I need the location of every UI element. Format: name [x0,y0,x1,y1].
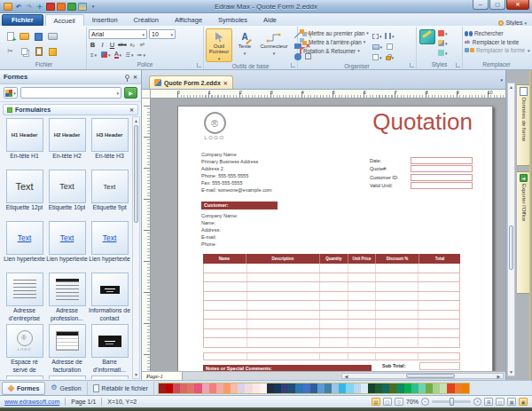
shape-thumb[interactable] [6,273,43,306]
color-swatch[interactable] [389,383,396,393]
quote-cell[interactable] [419,282,459,291]
shape-thumb[interactable] [6,375,43,379]
vertical-scrollbar[interactable]: ▲ ▼ [507,83,515,376]
quote-cell[interactable] [247,264,320,273]
quote-cell[interactable] [419,301,459,310]
quote-cell[interactable] [247,320,320,328]
page-view-icon[interactable]: ▢ [383,398,392,406]
quote-cell[interactable] [247,329,320,338]
quote-cell[interactable] [247,311,320,320]
color-swatch[interactable] [368,383,375,393]
shape-thumb[interactable]: H2 Header [49,118,86,152]
bottom-tab-gestion[interactable]: ⚙ Gestion [45,382,87,395]
color-swatch[interactable] [274,383,281,393]
dialog-launcher-icon[interactable] [291,63,295,67]
quote-cell[interactable] [204,338,247,347]
subtotal-box[interactable] [419,362,460,370]
shape-item[interactable]: H1 HeaderEn-tête H1 [4,118,45,168]
shadow-style-button[interactable]: ▾ [437,49,449,57]
color-swatch[interactable] [310,383,317,393]
quote-cell[interactable] [247,292,320,301]
quote-cell[interactable] [320,292,348,301]
tab-accueil[interactable]: Accueil [45,14,84,26]
color-swatch[interactable] [317,383,325,393]
quote-cell[interactable] [419,329,459,338]
shape-item[interactable] [89,375,130,379]
shapes-panel-scrollbar[interactable]: ▲ ▼ [132,116,140,379]
fill-style-button[interactable]: ▾ [437,29,449,37]
shape-thumb[interactable]: Text [6,170,43,203]
quote-cell[interactable] [376,264,419,273]
meta-input-box[interactable] [411,165,473,172]
shape-item[interactable]: TextÉtiquette 12pt [4,170,45,219]
replace-shape-button[interactable]: Remplacer la forme ▾ [465,47,529,53]
quote-cell[interactable] [376,338,419,347]
quote-cell[interactable] [320,320,348,328]
color-swatch[interactable] [447,383,454,393]
shape-item[interactable]: TextLien hypertexte [89,221,130,271]
color-swatch[interactable] [404,383,411,393]
color-swatch[interactable] [209,383,216,393]
vertical-ruler[interactable] [142,99,151,371]
quote-row[interactable] [203,338,460,348]
color-swatch[interactable] [375,383,382,393]
color-swatch[interactable] [281,383,288,393]
scroll-down-icon[interactable]: ▼ [508,368,514,375]
customer-section-header[interactable]: Customer: [201,202,278,209]
close-document-icon[interactable]: ✕ [223,80,228,86]
meta-input-box[interactable] [411,157,473,164]
zoom-slider-thumb[interactable] [450,398,454,406]
page-tab[interactable]: Page-1 [142,372,183,380]
grid-toggle-icon[interactable]: ▦ [507,398,516,406]
color-swatch[interactable] [187,383,194,393]
color-swatch[interactable] [223,383,231,393]
bullets-button[interactable]: ≔▾ [137,51,147,59]
shape-item[interactable] [4,375,45,379]
scroll-up-icon[interactable]: ▲ [133,117,139,124]
quote-cell[interactable] [376,329,419,338]
color-swatch[interactable] [245,383,252,393]
shape-item[interactable]: LOGOEspace ré servé de [4,324,45,374]
align-shapes-icon[interactable]: ▾ [372,31,383,41]
quote-cell[interactable] [376,353,419,360]
meta-input-box[interactable] [411,182,473,189]
meta-input-box[interactable] [411,174,473,181]
quote-cell[interactable] [204,301,247,310]
shape-item[interactable]: Barre d'informati... [89,324,130,374]
line-style-button[interactable]: ▾ [437,39,449,47]
text-tool-button[interactable]: A Texte ▾ [234,28,255,62]
shape-item[interactable]: Adresse d'entreprise [4,273,45,322]
document-page[interactable]: ® LOGO Quotation Company Name Primary Bu… [177,106,493,371]
underline-button[interactable]: U [108,41,116,49]
color-swatch[interactable] [202,383,209,393]
bottom-tab-formes[interactable]: Formes [2,382,45,395]
document-tab[interactable]: Quote Form 2.eddx ✕ [149,75,233,89]
customer-fields[interactable]: Company Name: Name: Address: E-mail: Pho… [201,212,238,248]
layer-icon[interactable]: ▾ [372,42,383,51]
quote-row[interactable] [203,320,460,329]
shape-thumb[interactable]: LOGO [6,324,43,358]
styles-menu-button[interactable]: Styles ▾ [498,20,532,26]
subscript-button[interactable]: x₂ [129,41,137,49]
quote-cell[interactable] [204,292,247,301]
quote-row[interactable] [203,352,460,360]
quote-cell[interactable] [419,338,459,347]
shape-item[interactable]: TextÉtiquette 10pt [46,170,88,219]
quote-cell[interactable] [419,311,459,320]
strikethrough-button[interactable]: abc [118,41,127,49]
copy-icon[interactable] [18,44,31,59]
zoom-slider[interactable] [432,400,471,403]
shape-item[interactable]: Adresse de facturation [46,324,88,374]
quote-cell[interactable] [204,353,247,360]
color-swatch[interactable] [332,383,339,393]
quote-cell[interactable] [348,338,376,347]
superscript-button[interactable]: x² [138,41,146,49]
quote-cell[interactable] [204,273,247,282]
pin-icon[interactable] [125,75,129,79]
format-painter-icon[interactable] [46,44,59,59]
color-swatch[interactable] [433,383,440,393]
dialog-launcher-icon[interactable] [197,63,201,67]
font-name-select[interactable]: Arial▾ [89,29,147,39]
shapes-group-header[interactable]: Formulaires ✕ [3,104,138,115]
highlight-color-button[interactable]: ▾ [100,51,112,59]
